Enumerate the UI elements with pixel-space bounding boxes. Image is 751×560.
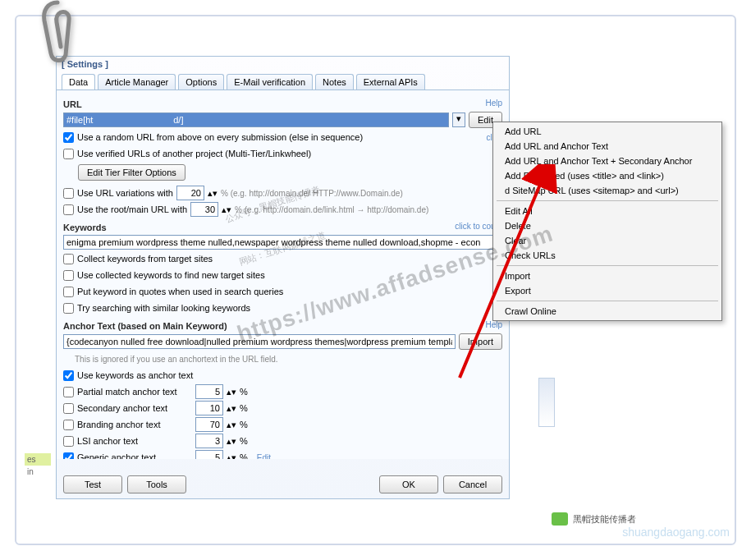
random-url-checkbox[interactable] xyxy=(63,132,74,143)
menu-add-url[interactable]: Add URL xyxy=(493,124,721,139)
url-variations-label: Use URL variations with xyxy=(77,188,173,198)
menu-delete[interactable]: Delete xyxy=(493,218,721,233)
generic-anchor-value[interactable] xyxy=(195,450,223,459)
quotes-label: Put keyword in quotes when used in searc… xyxy=(77,287,283,296)
spinner-icon[interactable]: ▴▾ xyxy=(227,436,236,447)
menu-add-sitemap[interactable]: d SiteMap URL (uses <sitemap> and <url>) xyxy=(493,183,721,198)
paperclip-decoration xyxy=(33,0,82,71)
keywords-section-label: Keywords xyxy=(63,223,107,232)
tab-notes[interactable]: Notes xyxy=(315,74,354,90)
ok-button[interactable]: OK xyxy=(379,475,438,493)
spinner-icon[interactable]: ▴▾ xyxy=(227,452,236,460)
tab-external-apis[interactable]: External APIs xyxy=(356,74,425,90)
tools-button[interactable]: Tools xyxy=(127,475,186,493)
generic-anchor-label: Generic anchor text xyxy=(77,452,192,459)
anchor-help-link[interactable]: Help xyxy=(485,320,502,329)
tab-content-data: URL Help ▾ Edit Use a random URL from ab… xyxy=(57,90,509,459)
menu-check-urls[interactable]: Check URLs xyxy=(493,248,721,263)
branding-anchor-value[interactable] xyxy=(195,417,223,432)
test-button[interactable]: Test xyxy=(63,475,122,493)
anchor-import-button[interactable]: Import xyxy=(459,333,502,350)
edit-tier-filter-button[interactable]: Edit Tier Filter Options xyxy=(78,164,185,181)
url-input[interactable] xyxy=(63,112,449,127)
generic-anchor-checkbox[interactable] xyxy=(63,452,74,460)
root-url-value[interactable] xyxy=(190,202,218,217)
bottom-button-bar: Test Tools OK Cancel xyxy=(63,475,502,493)
tab-bar: Data Article Manager Options E-Mail veri… xyxy=(57,71,509,90)
root-url-label: Use the root/main URL with xyxy=(77,204,187,214)
tab-data[interactable]: Data xyxy=(62,74,95,90)
spinner-icon[interactable]: ▴▾ xyxy=(227,403,236,414)
random-url-label: Use a random URL from above on every sub… xyxy=(77,132,363,142)
root-url-example: % (e.g. http://domain.de/link.html → htt… xyxy=(235,205,428,214)
root-url-checkbox[interactable] xyxy=(63,204,74,215)
menu-export[interactable]: Export xyxy=(493,283,721,298)
quotes-checkbox[interactable] xyxy=(63,287,74,297)
tab-email-verification[interactable]: E-Mail verification xyxy=(227,74,313,90)
generic-edit-link[interactable]: Edit xyxy=(257,453,271,460)
secondary-anchor-checkbox[interactable] xyxy=(63,403,74,414)
verified-urls-label: Use verified URLs of another project (Mu… xyxy=(77,149,311,158)
url-variations-example: % (e.g. http://domain.de/ HTTP://www.Dom… xyxy=(221,189,403,198)
anchor-section-label: Anchor Text (based on Main Keyword) xyxy=(63,321,227,331)
branding-anchor-label: Branding anchor text xyxy=(77,420,192,429)
use-collected-checkbox[interactable] xyxy=(63,270,74,281)
lsi-anchor-checkbox[interactable] xyxy=(63,436,74,447)
wechat-tag: 黑帽技能传播者 xyxy=(552,512,636,526)
url-variations-checkbox[interactable] xyxy=(63,188,74,199)
dropdown-icon[interactable]: ▾ xyxy=(452,112,465,127)
partial-anchor-value[interactable] xyxy=(195,384,223,399)
menu-add-url-anchor-secondary[interactable]: Add URL and Anchor Text + Secondary Anch… xyxy=(493,154,721,168)
anchor-note: This is ignored if you use an anchortext… xyxy=(75,355,278,364)
url-help-link[interactable]: Help xyxy=(485,99,502,108)
spinner-icon[interactable]: ▴▾ xyxy=(227,420,236,430)
use-keywords-anchor-checkbox[interactable] xyxy=(63,370,74,381)
keywords-input[interactable] xyxy=(63,235,502,250)
side-scrollbar-strip[interactable] xyxy=(538,378,555,427)
cancel-button[interactable]: Cancel xyxy=(443,475,502,493)
partial-anchor-checkbox[interactable] xyxy=(63,387,74,397)
url-section-label: URL xyxy=(63,99,82,109)
similar-label: Try searching with similar looking keywo… xyxy=(77,303,250,313)
panel-title: [ Settings ] xyxy=(57,57,509,71)
tab-options[interactable]: Options xyxy=(178,74,224,90)
wechat-icon xyxy=(552,512,568,526)
secondary-anchor-label: Secondary anchor text xyxy=(77,403,192,413)
menu-add-url-anchor[interactable]: Add URL and Anchor Text xyxy=(493,139,721,154)
collect-keywords-label: Collect keywords from target sites xyxy=(77,254,213,264)
menu-separator xyxy=(497,200,718,201)
similar-checkbox[interactable] xyxy=(63,303,74,314)
spinner-icon[interactable]: ▴▾ xyxy=(227,387,236,397)
menu-crawl-online[interactable]: Crawl Online xyxy=(493,304,721,319)
menu-add-rss[interactable]: Add RSS Feed (uses <title> and <link>) xyxy=(493,168,721,183)
menu-import[interactable]: Import xyxy=(493,269,721,283)
lsi-anchor-value[interactable] xyxy=(195,434,223,448)
settings-panel: [ Settings ] Data Article Manager Option… xyxy=(56,56,510,499)
menu-separator xyxy=(497,301,718,301)
use-collected-label: Use collected keywords to find new targe… xyxy=(77,270,265,280)
lsi-anchor-label: LSI anchor text xyxy=(77,436,192,446)
spinner-icon[interactable]: ▴▾ xyxy=(208,188,218,199)
menu-clear[interactable]: Clear xyxy=(493,233,721,248)
menu-edit-all[interactable]: Edit All xyxy=(493,204,721,218)
url-variations-value[interactable] xyxy=(176,186,204,200)
secondary-anchor-value[interactable] xyxy=(195,401,223,415)
branding-anchor-checkbox[interactable] xyxy=(63,420,74,430)
url-context-menu: Add URL Add URL and Anchor Text Add URL … xyxy=(492,122,722,321)
collect-keywords-checkbox[interactable] xyxy=(63,254,74,264)
partial-anchor-label: Partial match anchor text xyxy=(77,387,192,397)
menu-separator xyxy=(497,265,718,266)
tab-article-manager[interactable]: Article Manager xyxy=(98,74,176,90)
spinner-icon[interactable]: ▴▾ xyxy=(222,204,231,215)
use-keywords-anchor-label: Use keywords as anchor text xyxy=(77,370,193,380)
left-margin-strip: es in xyxy=(25,453,51,478)
verified-urls-checkbox[interactable] xyxy=(63,149,74,159)
anchor-text-input[interactable] xyxy=(63,334,456,349)
